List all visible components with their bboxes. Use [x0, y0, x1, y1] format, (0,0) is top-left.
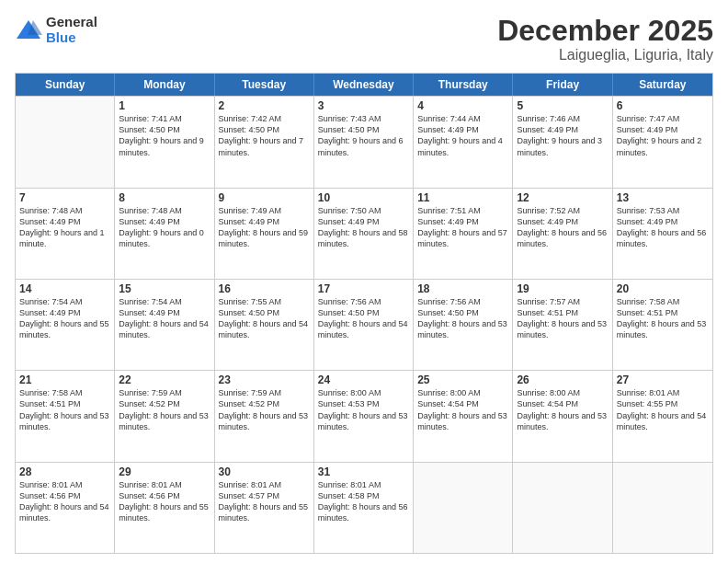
- day-cell-29: 29Sunrise: 8:01 AMSunset: 4:56 PMDayligh…: [115, 463, 214, 553]
- day-number: 17: [318, 282, 409, 295]
- day-cell-21: 21Sunrise: 7:58 AMSunset: 4:51 PMDayligh…: [16, 371, 115, 461]
- day-info: Sunrise: 7:42 AMSunset: 4:50 PMDaylight:…: [219, 113, 310, 158]
- title-block: December 2025 Laigueglia, Liguria, Italy: [497, 15, 713, 63]
- day-header-thursday: Thursday: [414, 74, 513, 96]
- day-number: 9: [219, 191, 310, 204]
- day-cell-12: 12Sunrise: 7:52 AMSunset: 4:49 PMDayligh…: [513, 189, 612, 279]
- day-info: Sunrise: 7:54 AMSunset: 4:49 PMDaylight:…: [19, 296, 110, 341]
- day-cell-22: 22Sunrise: 7:59 AMSunset: 4:52 PMDayligh…: [115, 371, 214, 461]
- day-info: Sunrise: 7:47 AMSunset: 4:49 PMDaylight:…: [617, 113, 709, 158]
- day-cell-6: 6Sunrise: 7:47 AMSunset: 4:49 PMDaylight…: [613, 97, 712, 187]
- day-info: Sunrise: 7:44 AMSunset: 4:49 PMDaylight:…: [417, 113, 508, 158]
- logo: General Blue: [15, 15, 97, 45]
- day-info: Sunrise: 7:49 AMSunset: 4:49 PMDaylight:…: [219, 205, 310, 250]
- day-info: Sunrise: 7:43 AMSunset: 4:50 PMDaylight:…: [318, 113, 409, 158]
- day-info: Sunrise: 7:53 AMSunset: 4:49 PMDaylight:…: [617, 205, 709, 250]
- day-cell-23: 23Sunrise: 7:59 AMSunset: 4:52 PMDayligh…: [215, 371, 314, 461]
- day-number: 24: [318, 373, 409, 386]
- day-info: Sunrise: 8:00 AMSunset: 4:53 PMDaylight:…: [318, 387, 409, 432]
- calendar-week-1: 1Sunrise: 7:41 AMSunset: 4:50 PMDaylight…: [16, 96, 712, 187]
- day-number: 23: [219, 373, 310, 386]
- day-info: Sunrise: 8:01 AMSunset: 4:56 PMDaylight:…: [19, 479, 110, 524]
- calendar-week-4: 21Sunrise: 7:58 AMSunset: 4:51 PMDayligh…: [16, 370, 712, 461]
- day-info: Sunrise: 7:41 AMSunset: 4:50 PMDaylight:…: [119, 113, 210, 158]
- day-number: 16: [219, 282, 310, 295]
- calendar-week-5: 28Sunrise: 8:01 AMSunset: 4:56 PMDayligh…: [16, 462, 712, 553]
- day-info: Sunrise: 7:54 AMSunset: 4:49 PMDaylight:…: [119, 296, 210, 341]
- day-number: 21: [19, 373, 110, 386]
- day-cell-1: 1Sunrise: 7:41 AMSunset: 4:50 PMDaylight…: [115, 97, 214, 187]
- day-info: Sunrise: 7:55 AMSunset: 4:50 PMDaylight:…: [219, 296, 310, 341]
- day-info: Sunrise: 7:52 AMSunset: 4:49 PMDaylight:…: [517, 205, 608, 250]
- day-number: 30: [219, 465, 310, 478]
- day-number: 1: [119, 99, 210, 112]
- day-info: Sunrise: 7:59 AMSunset: 4:52 PMDaylight:…: [119, 387, 210, 432]
- day-number: 28: [19, 465, 110, 478]
- day-header-wednesday: Wednesday: [314, 74, 414, 96]
- day-info: Sunrise: 7:58 AMSunset: 4:51 PMDaylight:…: [617, 296, 709, 341]
- empty-cell: [613, 463, 712, 553]
- day-info: Sunrise: 8:01 AMSunset: 4:58 PMDaylight:…: [318, 479, 409, 524]
- day-info: Sunrise: 7:56 AMSunset: 4:50 PMDaylight:…: [417, 296, 508, 341]
- day-info: Sunrise: 7:50 AMSunset: 4:49 PMDaylight:…: [318, 205, 409, 250]
- logo-icon: [15, 17, 42, 44]
- day-info: Sunrise: 8:00 AMSunset: 4:54 PMDaylight:…: [417, 387, 508, 432]
- day-number: 7: [19, 191, 110, 204]
- day-number: 14: [19, 282, 110, 295]
- day-info: Sunrise: 8:00 AMSunset: 4:54 PMDaylight:…: [517, 387, 608, 432]
- day-cell-30: 30Sunrise: 8:01 AMSunset: 4:57 PMDayligh…: [215, 463, 314, 553]
- day-header-monday: Monday: [115, 74, 214, 96]
- day-number: 8: [119, 191, 210, 204]
- day-info: Sunrise: 8:01 AMSunset: 4:56 PMDaylight:…: [119, 479, 210, 524]
- day-info: Sunrise: 7:57 AMSunset: 4:51 PMDaylight:…: [517, 296, 608, 341]
- day-header-tuesday: Tuesday: [215, 74, 314, 96]
- day-number: 13: [617, 191, 709, 204]
- day-info: Sunrise: 7:59 AMSunset: 4:52 PMDaylight:…: [219, 387, 310, 432]
- day-number: 11: [417, 191, 508, 204]
- day-cell-27: 27Sunrise: 8:01 AMSunset: 4:55 PMDayligh…: [613, 371, 712, 461]
- day-header-friday: Friday: [513, 74, 612, 96]
- day-number: 25: [417, 373, 508, 386]
- day-cell-11: 11Sunrise: 7:51 AMSunset: 4:49 PMDayligh…: [414, 189, 513, 279]
- day-number: 3: [318, 99, 409, 112]
- calendar-week-3: 14Sunrise: 7:54 AMSunset: 4:49 PMDayligh…: [16, 279, 712, 370]
- day-info: Sunrise: 7:48 AMSunset: 4:49 PMDaylight:…: [19, 205, 110, 250]
- day-info: Sunrise: 7:48 AMSunset: 4:49 PMDaylight:…: [119, 205, 210, 250]
- day-cell-3: 3Sunrise: 7:43 AMSunset: 4:50 PMDaylight…: [314, 97, 414, 187]
- day-number: 5: [517, 99, 608, 112]
- day-number: 20: [617, 282, 709, 295]
- day-cell-26: 26Sunrise: 8:00 AMSunset: 4:54 PMDayligh…: [513, 371, 612, 461]
- day-number: 19: [517, 282, 608, 295]
- page-title: December 2025: [497, 15, 713, 47]
- day-number: 10: [318, 191, 409, 204]
- page-header: General Blue December 2025 Laigueglia, L…: [15, 15, 713, 63]
- calendar: SundayMondayTuesdayWednesdayThursdayFrid…: [15, 73, 713, 554]
- day-cell-10: 10Sunrise: 7:50 AMSunset: 4:49 PMDayligh…: [314, 189, 414, 279]
- day-cell-18: 18Sunrise: 7:56 AMSunset: 4:50 PMDayligh…: [414, 280, 513, 370]
- day-number: 12: [517, 191, 608, 204]
- empty-cell: [513, 463, 612, 553]
- day-info: Sunrise: 7:46 AMSunset: 4:49 PMDaylight:…: [517, 113, 608, 158]
- day-number: 26: [517, 373, 608, 386]
- day-info: Sunrise: 7:56 AMSunset: 4:50 PMDaylight:…: [318, 296, 409, 341]
- day-number: 31: [318, 465, 409, 478]
- logo-general: General: [46, 15, 97, 30]
- day-number: 4: [417, 99, 508, 112]
- day-cell-7: 7Sunrise: 7:48 AMSunset: 4:49 PMDaylight…: [16, 189, 115, 279]
- empty-cell: [414, 463, 513, 553]
- day-cell-25: 25Sunrise: 8:00 AMSunset: 4:54 PMDayligh…: [414, 371, 513, 461]
- day-cell-31: 31Sunrise: 8:01 AMSunset: 4:58 PMDayligh…: [314, 463, 414, 553]
- day-number: 29: [119, 465, 210, 478]
- day-cell-24: 24Sunrise: 8:00 AMSunset: 4:53 PMDayligh…: [314, 371, 414, 461]
- day-info: Sunrise: 8:01 AMSunset: 4:57 PMDaylight:…: [219, 479, 310, 524]
- logo-blue: Blue: [46, 30, 97, 46]
- day-number: 22: [119, 373, 210, 386]
- day-number: 6: [617, 99, 709, 112]
- day-cell-8: 8Sunrise: 7:48 AMSunset: 4:49 PMDaylight…: [115, 189, 214, 279]
- day-cell-13: 13Sunrise: 7:53 AMSunset: 4:49 PMDayligh…: [613, 189, 712, 279]
- calendar-body: 1Sunrise: 7:41 AMSunset: 4:50 PMDaylight…: [16, 96, 712, 553]
- day-cell-28: 28Sunrise: 8:01 AMSunset: 4:56 PMDayligh…: [16, 463, 115, 553]
- day-info: Sunrise: 8:01 AMSunset: 4:55 PMDaylight:…: [617, 387, 709, 432]
- day-cell-5: 5Sunrise: 7:46 AMSunset: 4:49 PMDaylight…: [513, 97, 612, 187]
- day-cell-16: 16Sunrise: 7:55 AMSunset: 4:50 PMDayligh…: [215, 280, 314, 370]
